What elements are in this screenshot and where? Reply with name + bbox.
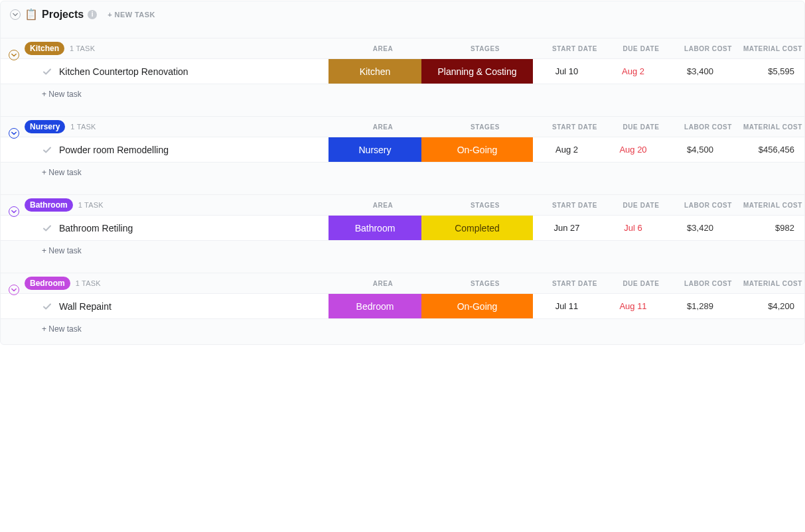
new-task-button[interactable]: + New task [1, 319, 804, 338]
task-count: 1 TASK [76, 279, 101, 287]
group-pill[interactable]: Nursery [25, 120, 65, 133]
due-date-cell[interactable]: Aug 11 [601, 294, 666, 318]
chevron-down-icon [11, 287, 17, 293]
column-header[interactable]: START DATE [541, 280, 609, 287]
area-cell[interactable]: Nursery [329, 137, 421, 162]
start-date-cell[interactable]: Jul 10 [533, 59, 601, 84]
column-header[interactable]: MATERIAL COST [743, 280, 805, 287]
column-header[interactable]: MATERIAL COST [743, 123, 805, 131]
column-header[interactable]: STAGES [429, 45, 541, 52]
column-header[interactable]: DUE DATE [609, 280, 674, 287]
labor-cost-cell[interactable]: $3,420 [666, 216, 735, 240]
column-header[interactable]: STAGES [429, 280, 541, 287]
new-task-top-button[interactable]: + NEW TASK [108, 11, 155, 19]
material-cost-cell[interactable]: $982 [735, 216, 798, 240]
projects-panel: 📋 Projects i + NEW TASK Kitchen1 TASKARE… [0, 1, 805, 345]
new-task-button[interactable]: + New task [1, 241, 804, 259]
column-header[interactable]: LABOR COST [674, 202, 743, 209]
group-header-left: Nursery1 TASK [9, 115, 336, 139]
group-bedroom: Bedroom1 TASKAREASTAGESSTART DATEDUE DAT… [1, 273, 804, 338]
chevron-down-icon [11, 209, 17, 214]
column-header[interactable]: STAGES [429, 123, 541, 131]
column-header[interactable]: START DATE [541, 123, 609, 131]
projects-emoji-icon: 📋 [25, 8, 38, 21]
check-icon[interactable] [42, 223, 52, 233]
group-header: Kitchen1 TASKAREASTAGESSTART DATEDUE DAT… [1, 38, 804, 59]
chevron-down-icon [11, 131, 17, 136]
group-header-left: Bedroom1 TASK [9, 271, 336, 295]
group-pill[interactable]: Bedroom [25, 277, 70, 290]
task-name: Kitchen Countertop Renovation [59, 66, 188, 77]
due-date-cell[interactable]: Jul 6 [601, 216, 666, 240]
group-kitchen: Kitchen1 TASKAREASTAGESSTART DATEDUE DAT… [1, 38, 804, 103]
column-header[interactable]: MATERIAL COST [743, 202, 805, 209]
material-cost-cell[interactable]: $5,595 [735, 59, 798, 84]
column-header[interactable]: AREA [336, 123, 429, 131]
column-header[interactable]: START DATE [541, 202, 609, 209]
task-row[interactable]: Wall RepaintBedroomOn-GoingJul 11Aug 11$… [1, 294, 804, 319]
task-row[interactable]: Bathroom RetilingBathroomCompletedJun 27… [1, 216, 804, 241]
group-header: Nursery1 TASKAREASTAGESSTART DATEDUE DAT… [1, 116, 804, 137]
task-count: 1 TASK [70, 123, 96, 131]
check-icon[interactable] [42, 66, 52, 77]
column-header[interactable]: DUE DATE [609, 123, 674, 131]
start-date-cell[interactable]: Jul 11 [533, 294, 601, 318]
labor-cost-cell[interactable]: $3,400 [666, 59, 735, 84]
material-cost-cell[interactable]: $4,200 [735, 294, 798, 318]
check-icon[interactable] [42, 301, 52, 312]
column-header[interactable]: LABOR COST [674, 45, 743, 52]
start-date-cell[interactable]: Aug 2 [533, 137, 601, 162]
column-header[interactable]: MATERIAL COST [743, 45, 805, 52]
task-name-cell[interactable]: Wall Repaint [1, 294, 329, 318]
area-cell[interactable]: Kitchen [329, 59, 421, 84]
task-name-cell[interactable]: Bathroom Retiling [1, 216, 329, 240]
page-title: Projects [42, 9, 84, 21]
start-date-cell[interactable]: Jun 27 [533, 216, 601, 240]
task-name-cell[interactable]: Powder room Remodelling [1, 137, 329, 162]
panel-title-row: 📋 Projects i + NEW TASK [1, 1, 804, 25]
group-header-left: Kitchen1 TASK [9, 36, 336, 60]
column-header[interactable]: DUE DATE [609, 45, 674, 52]
column-header[interactable]: LABOR COST [674, 123, 743, 131]
column-header[interactable]: AREA [336, 45, 429, 52]
area-cell[interactable]: Bedroom [329, 294, 421, 318]
task-row[interactable]: Powder room RemodellingNurseryOn-GoingAu… [1, 137, 804, 163]
due-date-cell[interactable]: Aug 20 [601, 137, 666, 162]
group-bathroom: Bathroom1 TASKAREASTAGESSTART DATEDUE DA… [1, 194, 804, 259]
group-nursery: Nursery1 TASKAREASTAGESSTART DATEDUE DAT… [1, 116, 804, 181]
labor-cost-cell[interactable]: $4,500 [666, 137, 735, 162]
column-header[interactable]: AREA [336, 202, 429, 209]
group-pill[interactable]: Bathroom [25, 198, 73, 212]
task-name: Powder room Remodelling [59, 145, 169, 155]
chevron-down-icon [11, 52, 17, 58]
group-header-left: Bathroom1 TASK [9, 193, 336, 217]
group-header: Bathroom1 TASKAREASTAGESSTART DATEDUE DA… [1, 194, 804, 216]
collapse-toggle[interactable] [10, 9, 21, 20]
stage-cell[interactable]: On-Going [421, 137, 533, 162]
column-header[interactable]: LABOR COST [674, 280, 743, 287]
column-header[interactable]: DUE DATE [609, 202, 674, 209]
new-task-button[interactable]: + New task [1, 163, 804, 181]
task-count: 1 TASK [70, 44, 95, 52]
task-count: 1 TASK [78, 201, 104, 209]
task-name-cell[interactable]: Kitchen Countertop Renovation [1, 59, 329, 84]
task-row[interactable]: Kitchen Countertop RenovationKitchenPlan… [1, 59, 804, 84]
area-cell[interactable]: Bathroom [329, 216, 421, 240]
group-pill[interactable]: Kitchen [25, 42, 64, 55]
material-cost-cell[interactable]: $456,456 [735, 137, 798, 162]
new-task-button[interactable]: + New task [1, 84, 804, 103]
labor-cost-cell[interactable]: $1,289 [666, 294, 735, 318]
check-icon[interactable] [42, 145, 52, 155]
due-date-cell[interactable]: Aug 2 [601, 59, 666, 84]
chevron-down-icon [13, 12, 18, 17]
task-name: Bathroom Retiling [59, 223, 133, 233]
stage-cell[interactable]: On-Going [421, 294, 533, 318]
column-header[interactable]: AREA [336, 280, 429, 287]
task-name: Wall Repaint [59, 301, 111, 312]
stage-cell[interactable]: Planning & Costing [421, 59, 533, 84]
info-icon[interactable]: i [88, 10, 97, 19]
group-header: Bedroom1 TASKAREASTAGESSTART DATEDUE DAT… [1, 273, 804, 294]
column-header[interactable]: START DATE [541, 45, 609, 52]
stage-cell[interactable]: Completed [421, 216, 533, 240]
column-header[interactable]: STAGES [429, 202, 541, 209]
